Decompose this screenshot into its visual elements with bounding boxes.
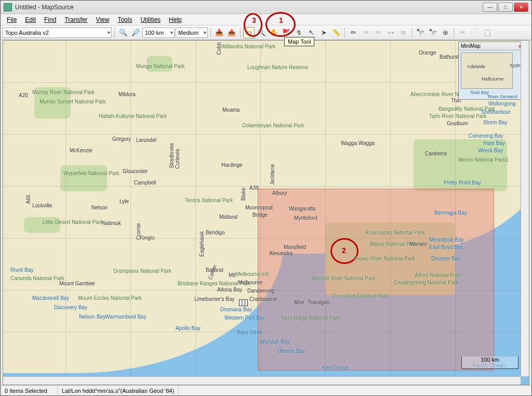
map-label: Hattah-Kulkyne National Park <box>99 113 167 119</box>
menu-view[interactable]: View <box>92 15 114 24</box>
map-label: Canunda National Park <box>10 275 64 281</box>
minimap-label: Melbourne <box>482 76 504 82</box>
track-filter-icon[interactable]: ≋ <box>397 27 409 38</box>
app-icon <box>4 3 12 11</box>
map-label: M8 <box>229 272 236 278</box>
map-label: Dromana Bay <box>220 307 252 312</box>
map-label: Wangaratta <box>289 206 315 212</box>
map-label: Wollongong <box>488 101 516 107</box>
park-patch <box>60 165 107 191</box>
menu-edit[interactable]: Edit <box>21 15 40 24</box>
map-label: Wagga Wagga <box>341 140 375 146</box>
map-label: Goulburn <box>447 121 468 126</box>
map-label: Bass Strait <box>237 329 262 335</box>
track-erase-icon[interactable]: ✂ <box>360 27 371 38</box>
map-label: East Boyd Bay <box>429 244 463 250</box>
cut-icon[interactable]: ✂ <box>457 27 468 38</box>
vertical-scrollbar[interactable] <box>521 41 529 376</box>
horizontal-scrollbar[interactable] <box>3 376 521 385</box>
map-label: Kosciuszko National Park <box>366 230 424 235</box>
map-label: A39 <box>249 185 259 191</box>
map-label: Mansfield <box>284 244 306 250</box>
map-canvas[interactable]: 2 Willandra National Park Mungo National… <box>3 40 529 385</box>
map-label: Nelson Bay <box>79 314 105 320</box>
map-label: Rivoli Bay <box>10 267 33 273</box>
copy-icon[interactable]: 📄 <box>469 27 481 38</box>
map-label: Tongio <box>139 235 154 241</box>
zoom-out-icon[interactable]: 🔎 <box>130 27 141 38</box>
menu-tools[interactable]: Tools <box>113 15 136 24</box>
product-select[interactable]: Topo Australia v2 <box>3 28 112 38</box>
map-label: Blake <box>241 188 246 201</box>
map-label: Pretty Point Bay <box>444 180 481 186</box>
map-label: Campbell <box>134 180 156 186</box>
map-label: Hardinge <box>221 162 243 168</box>
find-places-icon[interactable]: 🔭 <box>415 27 426 38</box>
map-label: A20 <box>19 93 28 98</box>
maximize-button[interactable]: □ <box>498 3 513 12</box>
map-label: Merimbula Bay <box>429 237 464 243</box>
map-label: Western Port Bay <box>224 315 265 321</box>
track-join-icon[interactable]: ⊶ <box>385 27 396 38</box>
map-label: Mount Gambier <box>59 281 95 286</box>
map-label: Nelson <box>91 205 108 210</box>
map-label: Canberra <box>425 151 447 156</box>
map-label: Eaglehawk <box>199 231 205 257</box>
find-nearest-icon[interactable]: 🔭 <box>427 27 438 38</box>
scale-label: 100 km <box>481 357 499 363</box>
map-label: Lyle <box>119 199 129 204</box>
map-label: Myrtleford <box>294 215 317 221</box>
minimize-button[interactable]: — <box>483 3 497 12</box>
map-label: Bendigo <box>206 230 225 235</box>
map-label: Melbourne Intl <box>236 271 269 277</box>
statusbar: 0 Items Selected Lat/Lon hddd°mm'ss.s"(A… <box>1 385 531 395</box>
map-label: Bermagui Bay <box>434 210 467 216</box>
menu-file[interactable]: File <box>3 15 21 24</box>
map-label: Meroo National Park1 <box>458 157 509 163</box>
map-label: Tarra Bulga National Park <box>281 315 340 321</box>
map-label: Waratah Bay <box>260 339 289 345</box>
menu-help[interactable]: Help <box>165 15 186 24</box>
window-title: Untitled - MapSource <box>15 4 74 11</box>
zoom-in-icon[interactable]: 🔍 <box>117 27 129 38</box>
map-label: Willandra National Park <box>221 44 276 49</box>
map-label: The Lakes National Park <box>331 293 389 299</box>
map-label: Melbourne <box>238 280 262 285</box>
map-label: Alfred National Park <box>415 272 461 278</box>
map-label: Murray Sunset National Park <box>39 99 106 104</box>
minimap-label: Seal Bay <box>470 90 489 95</box>
close-button[interactable]: ✕ <box>514 3 528 12</box>
map-label: Mount Eccles National Park <box>78 295 142 301</box>
map-label: Limeburner's Bay <box>194 296 235 302</box>
zoom-scale-select[interactable]: 100 km <box>142 28 175 38</box>
map-label: Bridge <box>252 212 268 218</box>
track-divide-icon[interactable]: ✂ <box>373 27 384 38</box>
track-draw-icon[interactable]: ✏ <box>348 27 359 38</box>
map-label: Storm Bay <box>483 120 508 125</box>
find-pos-icon[interactable]: ⊕ <box>440 27 451 38</box>
map-label: Little Desert National Park <box>43 219 103 225</box>
map-label: Gloucester <box>123 168 148 174</box>
map-label: Natimuk <box>102 220 121 226</box>
map-label: Dandenong <box>247 288 274 294</box>
measure-tool-icon[interactable]: 📏 <box>330 27 342 38</box>
receive-from-device-icon[interactable]: 📤 <box>226 27 237 38</box>
map-label: Warrnambool Bay <box>105 314 147 320</box>
paste-icon[interactable]: 📋 <box>482 27 493 38</box>
map-label: Jerilderie <box>270 164 275 185</box>
detail-select[interactable]: Medium <box>176 28 208 38</box>
menu-transfer[interactable]: Transfer <box>60 15 91 24</box>
send-to-device-icon[interactable]: 📥 <box>214 27 225 38</box>
map-label: Tarlo River National Park <box>429 113 487 119</box>
menu-find[interactable]: Find <box>40 15 60 24</box>
titlebar: Untitled - MapSource — □ ✕ <box>1 1 531 14</box>
map-label: Murray River National Park <box>32 89 95 95</box>
arrow-tool-icon[interactable]: ➤ <box>318 27 329 38</box>
map-label: Comerong Bay <box>469 133 503 139</box>
minimap-panel[interactable]: MiniMap 📌 Adelaide Melbourne Sydne Seal … <box>458 42 526 100</box>
scale-bar: 100 km <box>461 357 518 369</box>
map-label: Macdonnell Bay <box>32 295 69 301</box>
map-label: Croajingolong National Park <box>394 280 459 285</box>
map-label: Loughnan Nature Reserve <box>247 64 308 70</box>
menu-utilities[interactable]: Utilities <box>136 15 165 24</box>
